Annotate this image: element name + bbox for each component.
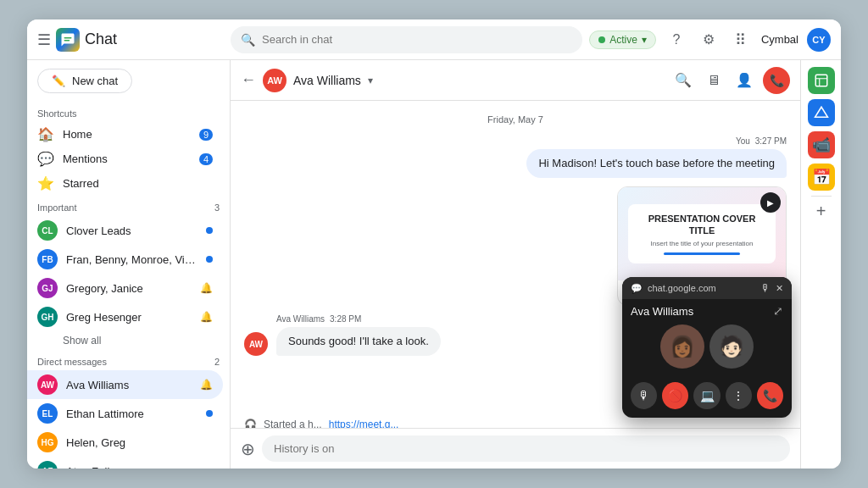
sidebar-item-home[interactable]: 🏠 Home 9 bbox=[27, 122, 223, 147]
helen-greg-label: Helen, Greg bbox=[66, 436, 213, 449]
presentation-title: PRESENTATION COVER TITLE bbox=[638, 213, 765, 237]
app-title: Chat bbox=[85, 30, 117, 48]
end-call-header-button[interactable]: 📞 bbox=[763, 67, 790, 94]
ava-williams-label: Ava Williams bbox=[66, 379, 192, 391]
chat-input[interactable] bbox=[262, 435, 790, 462]
clover-leads-avatar: CL bbox=[37, 220, 58, 241]
panel-add-button[interactable]: + bbox=[816, 202, 826, 221]
greg-hesenger-avatar: GH bbox=[37, 307, 58, 327]
panel-sheets-icon[interactable] bbox=[808, 67, 835, 94]
call-end-button[interactable]: 📞 bbox=[757, 382, 783, 409]
panel-calendar-icon[interactable]: 📅 bbox=[808, 164, 835, 191]
sidebar-item-greg-hesenger[interactable]: GH Greg Hesenger 🔔 bbox=[27, 302, 223, 331]
call-mic-status-icon[interactable]: 🎙 bbox=[760, 282, 771, 294]
call-expand-icon[interactable]: ⤢ bbox=[773, 304, 783, 318]
chat-area: ← AW Ava Williams ▾ 🔍 🖥 👤 📞 Friday, May … bbox=[231, 60, 800, 469]
chat-video-icon[interactable]: 🖥 bbox=[702, 69, 726, 92]
sidebar-item-fran-group[interactable]: FB Fran, Benny, Monroe, Vin... bbox=[27, 245, 223, 274]
settings-icon[interactable]: ⚙ bbox=[697, 28, 721, 52]
sidebar: ✏️ New chat Shortcuts 🏠 Home 9 💬 Mention… bbox=[27, 60, 231, 469]
app-logo bbox=[56, 28, 80, 52]
new-chat-label: New chat bbox=[72, 75, 118, 87]
mentions-label: Mentions bbox=[63, 152, 191, 165]
call-more-options-button[interactable]: ⋮ bbox=[726, 382, 752, 409]
sidebar-item-gregory[interactable]: GJ Gregory, Janice 🔔 bbox=[27, 274, 223, 302]
gregory-avatar: GJ bbox=[37, 278, 58, 298]
call-popup-topbar: 💬 chat.google.com 🎙 ✕ bbox=[622, 277, 792, 299]
sidebar-item-atee-zoli[interactable]: AZ Atee Zoli bbox=[27, 457, 223, 469]
account-name: Cymbal bbox=[761, 33, 798, 46]
call-mic-button[interactable]: 🎙 bbox=[631, 382, 657, 409]
main-body: ✏️ New chat Shortcuts 🏠 Home 9 💬 Mention… bbox=[27, 60, 841, 469]
sidebar-item-clover-leads[interactable]: CL Clover Leads bbox=[27, 216, 223, 245]
chat-username: Ava Williams bbox=[293, 74, 361, 87]
search-bar[interactable]: 🔍 bbox=[231, 26, 582, 53]
fran-group-dot bbox=[206, 256, 213, 263]
shortcuts-section-label: Shortcuts bbox=[27, 102, 230, 122]
call-site-icon: 💬 bbox=[631, 283, 643, 294]
chat-person-icon[interactable]: 👤 bbox=[732, 69, 756, 92]
sidebar-item-helen-greg[interactable]: HG Helen, Greg bbox=[27, 428, 223, 457]
call-screen-share-button[interactable]: 💻 bbox=[693, 382, 720, 409]
date-divider: Friday, May 7 bbox=[244, 114, 787, 125]
message-time-2: 3:28 PM bbox=[330, 314, 361, 324]
call-self-avatar: 🧑🏻 bbox=[709, 324, 754, 369]
chat-header-actions: 🔍 🖥 👤 📞 bbox=[671, 67, 790, 94]
mentions-badge: 4 bbox=[199, 153, 213, 165]
svg-rect-0 bbox=[815, 75, 827, 86]
message-meta-1: You 3:27 PM bbox=[736, 136, 787, 146]
dm-section-label: Direct messages 2 bbox=[27, 350, 230, 370]
gregory-bell: 🔔 bbox=[200, 282, 213, 294]
ava-williams-avatar: AW bbox=[37, 374, 58, 395]
username-chevron[interactable]: ▾ bbox=[368, 75, 373, 86]
active-label: Active bbox=[609, 34, 637, 46]
mentions-icon: 💬 bbox=[37, 151, 54, 167]
call-video-off-button[interactable]: 🚫 bbox=[662, 382, 688, 409]
active-status-badge[interactable]: Active ▾ bbox=[589, 30, 656, 49]
add-attachment-button[interactable]: ⊕ bbox=[241, 439, 255, 459]
important-show-all[interactable]: Show all bbox=[27, 331, 230, 350]
message-bubble-1: Hi Madison! Let's touch base before the … bbox=[526, 149, 787, 178]
search-input[interactable] bbox=[262, 33, 572, 46]
active-dot bbox=[598, 36, 605, 43]
starred-label: Starred bbox=[63, 177, 213, 190]
fran-group-label: Fran, Benny, Monroe, Vin... bbox=[66, 253, 198, 266]
home-icon: 🏠 bbox=[37, 126, 54, 142]
chat-header: ← AW Ava Williams ▾ 🔍 🖥 👤 📞 bbox=[231, 60, 800, 101]
presentation-thumbnail: PRESENTATION COVER TITLE Insert the titl… bbox=[618, 187, 786, 280]
call-popup: 💬 chat.google.com 🎙 ✕ Ava Williams ⤢ 👩🏾 … bbox=[622, 277, 792, 418]
call-user-name: Ava Williams ⤢ bbox=[622, 299, 792, 321]
help-icon[interactable]: ? bbox=[665, 28, 688, 52]
gregory-label: Gregory, Janice bbox=[66, 282, 192, 295]
sidebar-item-ethan-lattimore[interactable]: EL Ethan Lattimore bbox=[27, 399, 223, 428]
new-chat-button[interactable]: ✏️ New chat bbox=[37, 69, 132, 93]
home-label: Home bbox=[63, 128, 191, 141]
clover-leads-label: Clover Leads bbox=[66, 225, 198, 237]
sidebar-item-ava-williams[interactable]: AW Ava Williams 🔔 bbox=[27, 370, 223, 399]
sidebar-item-starred[interactable]: ⭐ Starred bbox=[27, 171, 223, 196]
call-close-button[interactable]: ✕ bbox=[776, 283, 783, 294]
message-sender-1: You bbox=[736, 136, 750, 146]
hamburger-icon[interactable]: ☰ bbox=[37, 30, 51, 49]
message-bubble-2: Sounds good! I'll take a look. bbox=[276, 327, 441, 356]
huddle-link[interactable]: https://meet.g... bbox=[329, 419, 399, 428]
apps-grid-icon[interactable]: ⠿ bbox=[729, 28, 753, 52]
back-button[interactable]: ← bbox=[241, 71, 256, 89]
user-avatar[interactable]: CY bbox=[807, 28, 831, 52]
atee-zoli-avatar: AZ bbox=[37, 461, 58, 469]
message-sender-2: Ava Williams bbox=[276, 314, 325, 324]
message-time-1: 3:27 PM bbox=[755, 136, 787, 146]
presentation-subtitle: Insert the title of your presentation bbox=[638, 240, 765, 247]
atee-zoli-label: Atee Zoli bbox=[66, 465, 213, 469]
call-controls: 🎙 🚫 💻 ⋮ 📞 bbox=[622, 377, 792, 418]
sidebar-item-mentions[interactable]: 💬 Mentions 4 bbox=[27, 147, 223, 171]
panel-meet-icon[interactable]: 📹 bbox=[808, 131, 835, 158]
important-section-label: Important 3 bbox=[27, 196, 230, 216]
right-panel: 📹 📅 + bbox=[800, 60, 841, 469]
search-icon: 🔍 bbox=[241, 33, 255, 47]
helen-greg-avatar: HG bbox=[37, 432, 58, 452]
panel-drive-icon[interactable] bbox=[808, 99, 835, 126]
home-badge: 9 bbox=[199, 129, 213, 141]
chat-input-bar: ⊕ bbox=[231, 428, 800, 469]
chat-search-icon[interactable]: 🔍 bbox=[671, 69, 695, 92]
